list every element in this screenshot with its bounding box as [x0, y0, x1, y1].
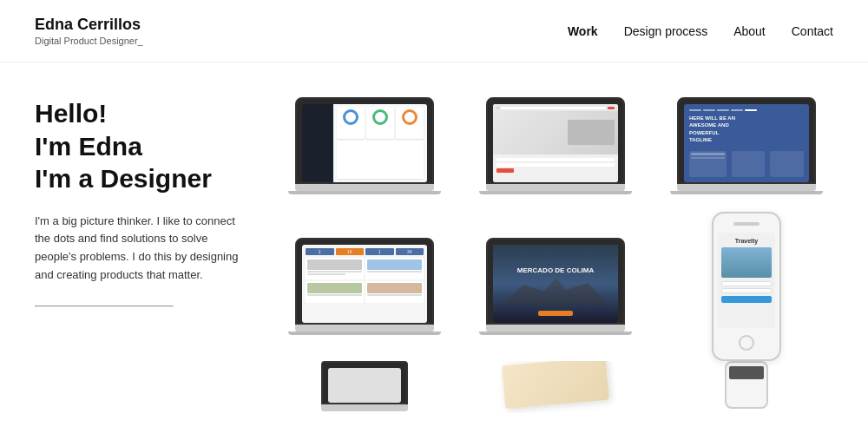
phone-speaker: [733, 222, 760, 226]
phone-mockup-travelty: Travelty: [712, 212, 781, 361]
colima-title: MERCADO DE COLIMA: [517, 266, 594, 274]
news-stat-2: 19: [336, 248, 365, 255]
hero-line3: I'm a Designer: [35, 164, 212, 193]
portfolio-item-travelty[interactable]: Travelty: [660, 212, 833, 361]
brand: Edna Cerrillos Digital Product Designer_: [35, 16, 143, 46]
travelty-app-title: Travelty: [721, 238, 772, 244]
brand-name: Edna Cerrillos: [35, 16, 143, 34]
partial-item-1[interactable]: [278, 361, 451, 413]
header: Edna Cerrillos Digital Product Designer_…: [0, 0, 868, 62]
hero-panel: Hello! I'm Edna I'm a Designer I'm a big…: [35, 97, 243, 361]
hero-line1: Hello!: [35, 99, 107, 128]
phone-screen-travelty: Travelty: [718, 233, 775, 328]
navigation: Work Design process About Contact: [568, 24, 833, 38]
partial-item-2[interactable]: [469, 361, 642, 413]
portfolio-item-dashboard[interactable]: [278, 97, 451, 194]
partial-portfolio-row: [243, 361, 868, 430]
portfolio-grid: HERE WILL BE ANAWESOME AND POWERFULTAGLI…: [278, 97, 833, 361]
nav-contact[interactable]: Contact: [792, 24, 833, 38]
laptop-mockup-news: 2 19 1 34: [295, 238, 434, 335]
portfolio-item-colima[interactable]: MERCADO DE COLIMA: [469, 212, 642, 361]
portfolio-item-website1[interactable]: [469, 97, 642, 194]
nav-design-process[interactable]: Design process: [624, 24, 708, 38]
nav-work[interactable]: Work: [568, 24, 598, 38]
hero-divider: [35, 305, 174, 307]
phone-home-button[interactable]: [739, 335, 754, 351]
news-stat-4: 34: [396, 248, 424, 255]
laptop-mockup-website1: [486, 97, 625, 194]
laptop-mockup-website2: HERE WILL BE ANAWESOME AND POWERFULTAGLI…: [677, 97, 816, 194]
laptop-mockup-colima: MERCADO DE COLIMA: [486, 238, 625, 335]
website2-tagline: HERE WILL BE ANAWESOME AND POWERFULTAGLI…: [689, 115, 753, 144]
main-content: Hello! I'm Edna I'm a Designer I'm a big…: [0, 62, 868, 361]
portfolio-item-news[interactable]: 2 19 1 34: [278, 212, 451, 361]
partial-item-3[interactable]: [660, 361, 833, 413]
portfolio-item-website2[interactable]: HERE WILL BE ANAWESOME AND POWERFULTAGLI…: [660, 97, 833, 194]
news-stat-3: 1: [365, 248, 394, 255]
hero-description: I'm a big picture thinker. I like to con…: [35, 213, 243, 285]
news-stat-1: 2: [306, 248, 334, 255]
hero-line2: I'm Edna: [35, 132, 142, 161]
hero-heading: Hello! I'm Edna I'm a Designer: [35, 97, 243, 195]
brand-subtitle: Digital Product Designer_: [35, 36, 143, 46]
nav-about[interactable]: About: [733, 24, 766, 38]
laptop-mockup-dashboard: [295, 97, 434, 194]
partial-card: [502, 361, 609, 409]
